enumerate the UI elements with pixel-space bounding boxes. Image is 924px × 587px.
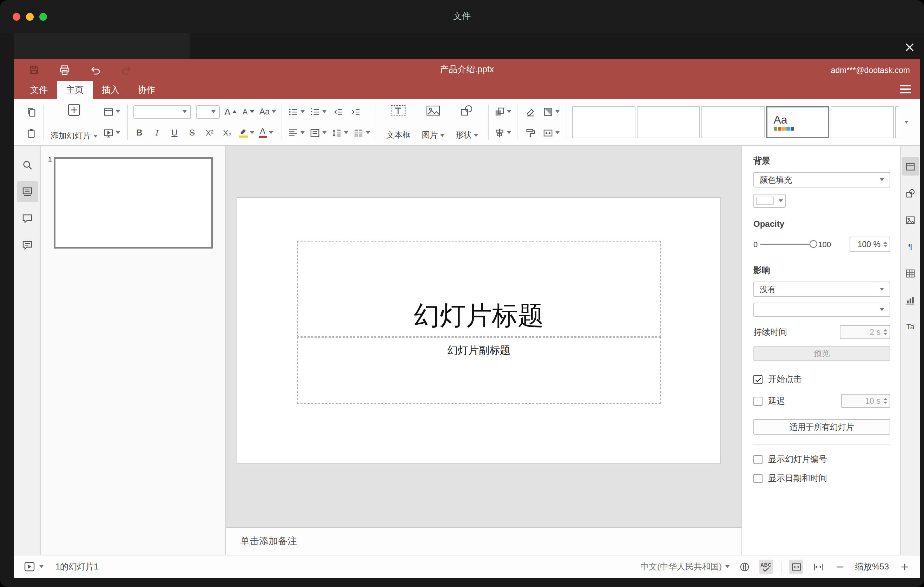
- subtitle-placeholder[interactable]: 幻灯片副标题: [297, 337, 661, 404]
- comments-button[interactable]: [16, 208, 38, 229]
- font-name-select[interactable]: [133, 105, 191, 118]
- theme-tile[interactable]: [895, 106, 899, 139]
- zoom-out-button[interactable]: [833, 560, 847, 574]
- increase-font-size-button[interactable]: A: [224, 105, 237, 119]
- decrease-indent-button[interactable]: [332, 105, 344, 119]
- opacity-spinner[interactable]: 100 %: [850, 237, 890, 252]
- increase-indent-button[interactable]: [349, 105, 361, 119]
- language-select[interactable]: 中文(中华人民共和国): [640, 561, 729, 572]
- effect-option-select[interactable]: [753, 303, 890, 317]
- zoom-in-button[interactable]: [897, 560, 911, 574]
- paragraph-settings-button[interactable]: ¶: [902, 237, 919, 256]
- highlight-color-button[interactable]: [238, 126, 254, 140]
- duration-spinner[interactable]: 2 s: [840, 325, 890, 339]
- shape-settings-button[interactable]: [902, 184, 919, 202]
- chevron-down-icon: [272, 110, 276, 113]
- spinner-arrows-icon[interactable]: [883, 242, 888, 247]
- insert-image-button[interactable]: 图片: [417, 101, 448, 143]
- start-on-click-checkbox[interactable]: 开始点击: [753, 374, 890, 386]
- save-icon[interactable]: [28, 64, 39, 76]
- change-case-button[interactable]: Aa: [259, 105, 276, 119]
- tab-insert[interactable]: 插入: [93, 81, 129, 99]
- insert-shape-button[interactable]: 形状: [451, 101, 482, 143]
- spinner-arrows-icon[interactable]: [883, 398, 888, 404]
- preview-button[interactable]: 预览: [753, 346, 890, 361]
- textart-settings-button[interactable]: Ta: [902, 317, 919, 336]
- horizontal-align-button[interactable]: [288, 126, 305, 140]
- search-button[interactable]: [16, 155, 38, 176]
- arrange-shapes-button[interactable]: [494, 105, 511, 119]
- delay-spinner[interactable]: 10 s: [841, 394, 890, 408]
- minimize-window-icon[interactable]: [26, 13, 34, 20]
- chevron-down-icon: [880, 178, 884, 181]
- fit-to-width-button[interactable]: [811, 560, 825, 574]
- undo-icon[interactable]: [90, 64, 101, 76]
- spellcheck-button[interactable]: ABC: [759, 560, 773, 574]
- delay-checkbox[interactable]: 延迟 10 s: [753, 394, 890, 408]
- slide-settings-button[interactable]: [902, 157, 919, 176]
- opacity-slider-knob[interactable]: [810, 240, 817, 248]
- feedback-button[interactable]: [16, 234, 38, 256]
- show-slide-number-checkbox[interactable]: 显示幻灯片编号: [753, 453, 890, 465]
- image-settings-button[interactable]: [902, 211, 919, 229]
- clear-style-button[interactable]: [524, 105, 537, 119]
- strikeout-button[interactable]: S: [186, 126, 198, 140]
- spinner-arrows-icon[interactable]: [883, 329, 888, 335]
- tab-collaboration[interactable]: 协作: [129, 81, 164, 99]
- apply-all-button[interactable]: 适用于所有幻灯片: [753, 419, 890, 435]
- bold-button[interactable]: B: [133, 126, 146, 140]
- start-slideshow-status-button[interactable]: [23, 560, 36, 574]
- title-placeholder[interactable]: 幻灯片标题: [297, 241, 661, 337]
- slides-panel-button[interactable]: [16, 181, 38, 202]
- paste-button[interactable]: [25, 126, 37, 140]
- vertical-align-button[interactable]: [310, 126, 327, 140]
- show-datetime-checkbox[interactable]: 显示日期和时间: [753, 473, 890, 485]
- theme-tile[interactable]: [572, 106, 635, 139]
- copy-button[interactable]: [25, 105, 37, 119]
- align-shapes-button[interactable]: [494, 126, 511, 140]
- tab-home[interactable]: 主页: [57, 81, 93, 99]
- background-fill-select[interactable]: 颜色填充: [753, 172, 890, 188]
- chart-settings-button[interactable]: [902, 291, 919, 309]
- numbering-button[interactable]: [310, 105, 327, 119]
- theme-tile[interactable]: [701, 106, 764, 139]
- insert-textbox-button[interactable]: 文本框: [382, 101, 414, 143]
- start-slideshow-button[interactable]: [103, 126, 120, 140]
- slide-thumbnail[interactable]: [54, 157, 213, 249]
- copy-style-button[interactable]: [524, 126, 537, 140]
- underline-button[interactable]: U: [168, 126, 181, 140]
- redo-icon[interactable]: [121, 64, 132, 76]
- superscript-button[interactable]: X²: [203, 126, 216, 140]
- insert-group: 文本框 图片: [377, 101, 487, 143]
- italic-button[interactable]: I: [150, 126, 163, 140]
- font-color-button[interactable]: A: [259, 126, 273, 140]
- insert-columns-button[interactable]: [353, 126, 370, 140]
- subscript-button[interactable]: X₂: [221, 126, 233, 140]
- font-size-select[interactable]: [196, 105, 219, 118]
- gallery-expand-button[interactable]: [899, 101, 914, 143]
- bullets-button[interactable]: [288, 105, 305, 119]
- close-window-icon[interactable]: [13, 13, 20, 20]
- opacity-slider[interactable]: [761, 244, 815, 245]
- print-icon[interactable]: [59, 64, 70, 76]
- slide-size-button[interactable]: [543, 126, 559, 140]
- notes-area[interactable]: 单击添加备注: [226, 527, 741, 555]
- document-language-button[interactable]: [737, 560, 751, 574]
- theme-tile[interactable]: [637, 106, 700, 139]
- decrease-font-size-button[interactable]: A: [242, 105, 254, 119]
- theme-tile-selected[interactable]: Aa: [766, 106, 829, 139]
- fit-to-slide-button[interactable]: [789, 560, 803, 574]
- slide[interactable]: 幻灯片标题 幻灯片副标题: [237, 197, 721, 464]
- table-settings-button[interactable]: [902, 264, 919, 282]
- line-spacing-button[interactable]: [332, 126, 348, 140]
- effect-select[interactable]: 没有: [753, 282, 890, 297]
- background-color-select[interactable]: [753, 194, 786, 208]
- tab-file[interactable]: 文件: [21, 81, 57, 99]
- change-layout-button[interactable]: [103, 105, 120, 119]
- close-dialog-icon[interactable]: [904, 41, 915, 53]
- menu-icon[interactable]: [900, 85, 911, 93]
- add-slide-button[interactable]: 添加幻灯片: [49, 101, 99, 143]
- theme-tile[interactable]: [830, 106, 893, 139]
- color-scheme-button[interactable]: [543, 105, 559, 119]
- zoom-window-icon[interactable]: [39, 13, 47, 20]
